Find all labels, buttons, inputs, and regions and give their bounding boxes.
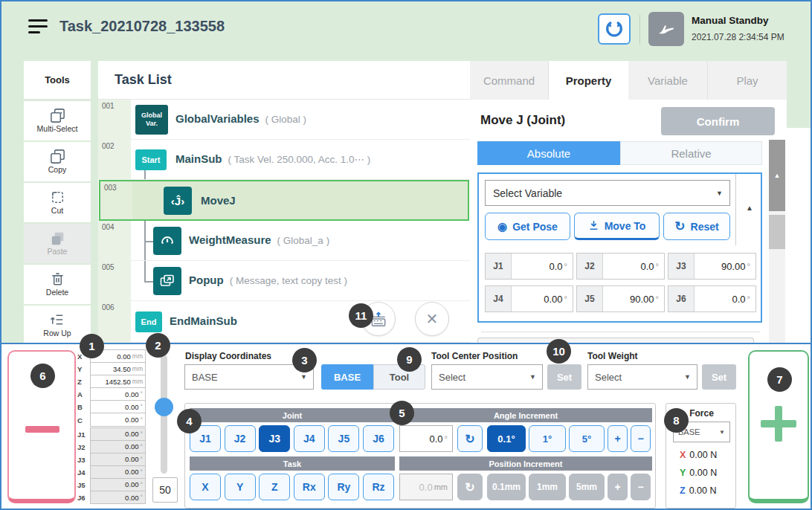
- collapse-arrow[interactable]: ▲: [741, 204, 758, 219]
- jog-j6-button[interactable]: J6: [363, 425, 394, 452]
- angle-reset-button[interactable]: ↻: [457, 425, 483, 452]
- reset-icon: ↻: [674, 219, 685, 234]
- tool-copy[interactable]: Copy: [24, 142, 91, 181]
- minus-icon: [25, 426, 59, 433]
- menu-icon[interactable]: [28, 19, 48, 37]
- move-to-button[interactable]: Move To: [574, 213, 660, 240]
- coord-row: Y34.50mm: [77, 363, 146, 375]
- close-jog-button[interactable]: ✕: [415, 302, 449, 336]
- position-reset-button: ↻: [457, 474, 483, 500]
- multi-select-icon: [24, 101, 91, 124]
- callout-8: 8: [664, 408, 689, 433]
- tool-weight-dropdown[interactable]: Select ▼: [587, 364, 697, 390]
- field-value: 0.0°: [512, 254, 573, 279]
- task-row-selected[interactable]: 003 ‹Ĵ› MoveJ: [99, 180, 469, 221]
- tool-paste: Paste: [24, 224, 91, 263]
- tool-label: Copy: [24, 165, 91, 174]
- coord-row: J30.00°: [77, 453, 146, 466]
- joint-section-header: Joint: [190, 408, 395, 422]
- row-number: 004: [98, 221, 131, 261]
- field-label: J3: [668, 254, 695, 279]
- row-number: 002: [98, 140, 131, 180]
- callout-5: 5: [390, 401, 414, 425]
- field-value: 0.00°: [512, 286, 573, 312]
- jog-j4-button[interactable]: J4: [294, 425, 325, 452]
- status-time: 2021.07.28 2:34:54 PM: [692, 32, 784, 42]
- jog-z-button[interactable]: Z: [259, 474, 290, 500]
- hand-icon: [655, 18, 677, 40]
- angle-preset-01[interactable]: 0.1°: [487, 425, 526, 452]
- callout-1: 1: [80, 334, 104, 358]
- jog-ry-button[interactable]: Ry: [328, 474, 359, 500]
- joint-field-j5[interactable]: J5 90.00°: [576, 285, 665, 312]
- reset-button[interactable]: ↻ Reset: [663, 213, 730, 240]
- tab-property[interactable]: Property: [549, 61, 628, 100]
- position-preset-01: 0.1mm: [487, 474, 526, 500]
- jog-j5-button[interactable]: J5: [328, 425, 359, 452]
- dropdown-value: Select Variable: [486, 187, 716, 199]
- joint-field-j6[interactable]: J6 0.0°: [668, 285, 756, 312]
- task-name: WeightMeasure( Global_a ): [189, 233, 329, 246]
- joint-field-j3[interactable]: J3 90.00°: [668, 253, 756, 280]
- slider-knob[interactable]: [155, 398, 173, 416]
- callout-9: 9: [397, 347, 422, 372]
- task-name: MoveJ: [201, 194, 236, 207]
- task-row[interactable]: 004 WeightMeasure( Global_a ): [98, 221, 470, 261]
- tool-delete[interactable]: Delete: [24, 265, 91, 304]
- manual-mode-button[interactable]: [648, 12, 684, 46]
- field-label: J1: [486, 254, 512, 279]
- tcp-set-button[interactable]: Set: [547, 364, 581, 390]
- jog-j2-button[interactable]: J2: [225, 425, 256, 452]
- angle-plus-button[interactable]: +: [608, 425, 628, 452]
- angle-increment-input[interactable]: 0.0°: [399, 425, 453, 452]
- frame-base-toggle[interactable]: BASE: [321, 364, 373, 390]
- scrollbar-thumb[interactable]: [769, 215, 785, 249]
- joint-field-j2[interactable]: J2 0.0°: [576, 253, 665, 280]
- scrollbar[interactable]: ▲: [769, 140, 785, 343]
- task-row[interactable]: 002 Start MainSub( Task Vel. 250.000, Ac…: [98, 140, 470, 180]
- tools-header: Tools: [24, 61, 91, 100]
- property-panel: Command Property Variable Play Move J (J…: [470, 61, 787, 343]
- get-pose-button[interactable]: ◉ Get Pose: [485, 213, 570, 240]
- speed-value[interactable]: 50: [152, 477, 178, 503]
- chevron-down-icon: ▼: [719, 429, 729, 436]
- joint-field-j1[interactable]: J1 0.0°: [485, 253, 573, 280]
- panel-edge: [787, 128, 812, 343]
- task-row[interactable]: 005 Popup( Message, text copy test ): [98, 261, 470, 301]
- mode-relative[interactable]: Relative: [620, 141, 762, 165]
- confirm-button[interactable]: Confirm: [661, 107, 775, 135]
- mode-absolute[interactable]: Absolute: [477, 141, 620, 165]
- row-number: 003: [100, 181, 132, 219]
- page-title: Task_20210728_133558: [59, 18, 225, 35]
- task-row[interactable]: 001 Global Var. GlobalVariables( Global …: [98, 100, 470, 140]
- field-label: J2: [577, 254, 603, 279]
- robot-jog-button[interactable]: [598, 13, 631, 45]
- tool-multi-select[interactable]: Multi-Select: [24, 101, 91, 141]
- tab-variable[interactable]: Variable: [628, 61, 708, 100]
- tool-weight-set-button[interactable]: Set: [702, 364, 736, 390]
- divider: [481, 332, 760, 332]
- jog-y-button[interactable]: Y: [225, 474, 256, 500]
- angle-preset-1[interactable]: 1°: [529, 425, 566, 452]
- joint-field-j4[interactable]: J4 0.00°: [485, 285, 573, 312]
- jog-x-button[interactable]: X: [190, 474, 221, 500]
- angle-preset-5[interactable]: 5°: [569, 425, 605, 452]
- tab-command[interactable]: Command: [470, 61, 549, 100]
- coord-row: J50.00°: [77, 479, 146, 491]
- button-label: Move To: [605, 220, 646, 232]
- select-variable-dropdown[interactable]: Select Variable ▼: [485, 180, 730, 206]
- jog-j3-button[interactable]: J3: [259, 425, 290, 452]
- jog-rz-button[interactable]: Rz: [363, 474, 394, 500]
- force-z: Z0.00 N: [680, 485, 716, 496]
- field-label: J4: [486, 286, 512, 312]
- scrollbar-thumb-up[interactable]: ▲: [769, 140, 785, 211]
- tcp-dropdown[interactable]: Select ▼: [431, 364, 543, 390]
- angle-minus-button[interactable]: −: [631, 425, 651, 452]
- jog-rx-button[interactable]: Rx: [294, 474, 325, 500]
- task-name: Popup( Message, text copy test ): [189, 274, 347, 286]
- tool-cut[interactable]: Cut: [24, 183, 91, 222]
- position-minus-button: −: [631, 474, 651, 500]
- chevron-down-icon: ▼: [716, 190, 729, 197]
- tool-label: Delete: [24, 288, 91, 297]
- tab-play[interactable]: Play: [708, 61, 787, 100]
